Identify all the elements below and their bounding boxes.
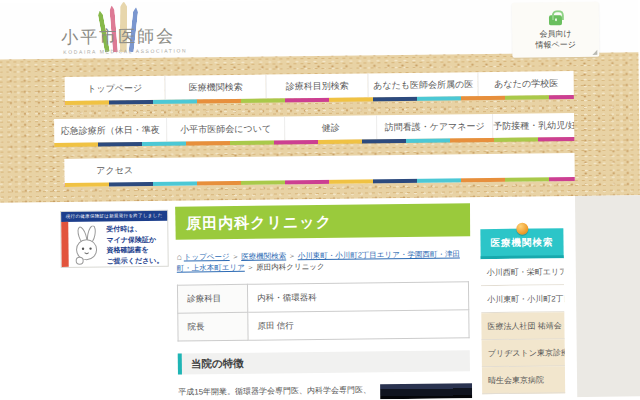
member-info-label-line2: 情報ページ [512, 39, 599, 51]
site-logo[interactable]: 小平市医師会 KODAIRA MEDICAL ASSOCIATION [61, 7, 202, 61]
table-value-department: 内科・循環器科 [247, 282, 468, 313]
clinic-photo [380, 383, 472, 400]
breadcrumb-link-top[interactable]: トップページ [184, 252, 230, 262]
site-title: 小平市医師会 [61, 25, 175, 49]
sidebar-item-ogawa-higashi-area[interactable]: 小川東町・小川町2丁目 [481, 285, 564, 313]
feature-description: 平成15年開業。循環器学会専門医、内科学会専門医、老年 [178, 383, 378, 400]
section-heading-features: 当院の特徴 [178, 350, 470, 374]
member-info-button[interactable]: 会員向け 情報ページ [512, 2, 600, 58]
table-value-director: 原田 信行 [248, 310, 469, 341]
breadcrumb-separator: ＞ [288, 251, 296, 260]
banner-top-text: 現行の健康保険証は新規発行を終了しました [61, 211, 167, 222]
myna-rabbit-mascot-icon [70, 225, 104, 265]
push-pin-icon [516, 223, 528, 235]
corner-mark-icon [592, 50, 597, 55]
breadcrumb-separator: ＞ [232, 252, 240, 261]
nav-item-medical-search[interactable]: 医療機関検索 [165, 75, 266, 100]
banner-message: 受付時は、 マイナ保険証か 資格確認書を ご提示ください。 [106, 224, 163, 267]
main-content: 原田内科クリニック ⌂トップページ＞医療機関検索＞小川東町・小川町2丁目エリア・… [175, 201, 472, 400]
breadcrumb: ⌂トップページ＞医療機関検索＞小川東町・小川町2丁目エリア・学園西町・津田町・上… [177, 248, 469, 273]
nav-item-about-association[interactable]: 小平市医師会について [166, 116, 284, 141]
nav-item-school-doctor[interactable]: あなたの学校医 [478, 71, 574, 96]
breadcrumb-current: 原田内科クリニック [256, 262, 324, 272]
nav-item-association-members[interactable]: あなたも医師会所属の医 [368, 72, 478, 97]
website-page: 小平市医師会 KODAIRA MEDICAL ASSOCIATION 会員向け … [0, 0, 640, 400]
breadcrumb-separator: ＞ [247, 263, 255, 272]
table-row: 院長 原田 信行 [178, 310, 469, 341]
nav-item-department-search[interactable]: 診療科目別検索 [266, 73, 368, 98]
nav-item-vaccination[interactable]: 予防接種・乳幼児/妊婦接種 [492, 113, 574, 138]
nav-row-1: トップページ 医療機関検索 診療科目別検索 あなたも医師会所属の医 あなたの学校… [65, 71, 574, 105]
sidebar-item-ogawa-nishi-area[interactable]: 小川西町・栄町エリア [481, 258, 564, 286]
right-gutter [575, 195, 640, 400]
breadcrumb-link-search[interactable]: 医療機関検索 [241, 251, 286, 261]
nav-row-3: アクセス [65, 153, 575, 187]
sidebar-item-bridgestone-clinic[interactable]: ブリヂストン東京診療所 [482, 339, 565, 367]
page-title: 原田内科クリニック [175, 203, 470, 239]
site-subtitle: KODAIRA MEDICAL ASSOCIATION [63, 47, 187, 54]
sidebar-item-seiseikai-hospital[interactable]: 晴生会東京病院 [482, 366, 565, 394]
table-label-department: 診療科目 [177, 284, 247, 313]
nav-row-2: 応急診療所（休日・準夜 小平市医師会について 健診 訪問看護・ケアマネージ 予防… [54, 113, 574, 147]
nav-item-home-nursing[interactable]: 訪問看護・ケアマネージ [376, 114, 492, 139]
lock-icon [549, 15, 562, 25]
table-label-director: 院長 [178, 312, 248, 341]
nav-item-top-page[interactable]: トップページ [65, 76, 165, 101]
table-row: 診療科目 内科・循環器科 [177, 282, 468, 313]
nav-item-emergency-clinic[interactable]: 応急診療所（休日・準夜 [54, 118, 166, 143]
clinic-info-table: 診療科目 内科・循環器科 院長 原田 信行 [177, 281, 470, 341]
myna-insurance-banner[interactable]: 現行の健康保険証は新規発行を終了しました 受付時は、 マイナ保険証か 資格確認書… [60, 210, 169, 268]
nav-item-access[interactable]: アクセス [65, 158, 165, 183]
sidebar-item-yuseikai[interactable]: 医療法人社団 祐靖会 [481, 312, 564, 340]
sidebar-medical-search: 医療機関検索 小川西町・栄町エリア 小川東町・小川町2丁目 医療法人社団 祐靖会… [480, 221, 565, 394]
banner-red-bar [61, 222, 69, 267]
nav-item-checkup[interactable]: 健診 [284, 115, 376, 140]
home-icon: ⌂ [177, 252, 182, 262]
